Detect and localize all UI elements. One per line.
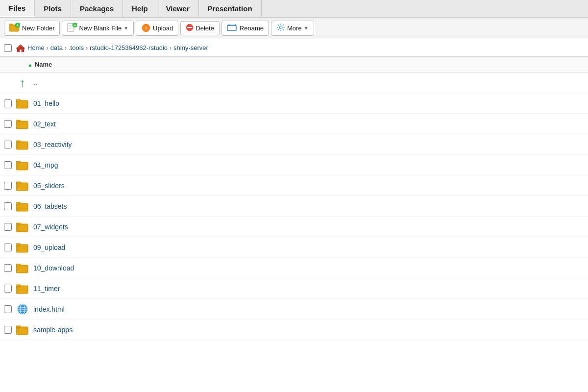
- tab-packages[interactable]: Packages: [71, 0, 123, 17]
- row-checkbox[interactable]: [4, 244, 12, 251]
- more-label: More: [287, 24, 302, 32]
- rename-label: Rename: [240, 24, 264, 32]
- svg-line-23: [278, 24, 279, 25]
- list-item[interactable]: sample-apps: [0, 319, 588, 340]
- tab-files[interactable]: Files: [0, 0, 35, 17]
- svg-rect-38: [16, 182, 21, 184]
- folder-icon: [16, 117, 29, 131]
- folder-icon: [16, 138, 29, 151]
- folder-icon: [16, 158, 29, 172]
- toolbar: + New Folder + New Blank File ▼ ↑ Upload: [0, 18, 588, 39]
- new-blank-file-icon: +: [67, 23, 77, 33]
- home-icon: [16, 44, 25, 52]
- breadcrumb-shiny-server[interactable]: shiny-server: [173, 44, 208, 51]
- folder-icon: [16, 323, 29, 337]
- svg-rect-48: [16, 285, 21, 287]
- list-item[interactable]: 10_download: [0, 258, 588, 278]
- new-folder-button[interactable]: + New Folder: [4, 21, 60, 36]
- file-name: 10_download: [33, 264, 74, 272]
- file-name: 03_reactivity: [33, 141, 72, 148]
- row-checkbox[interactable]: [4, 120, 12, 128]
- svg-rect-32: [16, 120, 21, 122]
- file-name: 11_timer: [33, 285, 60, 293]
- delete-button[interactable]: Delete: [180, 21, 220, 35]
- list-item[interactable]: 01_hello: [0, 93, 588, 114]
- breadcrumb-tools[interactable]: .tools: [69, 44, 84, 51]
- list-item[interactable]: index.html: [0, 299, 588, 319]
- folder-icon: [16, 282, 29, 295]
- tab-help[interactable]: Help: [123, 0, 157, 17]
- breadcrumb-home[interactable]: Home: [27, 44, 45, 51]
- new-blank-file-dropdown-arrow: ▼: [123, 25, 128, 31]
- tab-viewer[interactable]: Viewer: [157, 0, 199, 17]
- svg-text:+: +: [74, 23, 76, 28]
- delete-label: Delete: [196, 24, 214, 32]
- folder-icon: [16, 241, 29, 254]
- svg-text:↑: ↑: [145, 24, 148, 32]
- svg-line-26: [278, 29, 279, 30]
- svg-line-25: [283, 24, 284, 25]
- new-blank-file-button[interactable]: + New Blank File ▼: [62, 21, 134, 36]
- tab-presentation[interactable]: Presentation: [199, 0, 262, 17]
- breadcrumb: Home › data › .tools › rstudio-172536496…: [0, 39, 588, 57]
- svg-rect-46: [16, 264, 21, 266]
- svg-rect-44: [16, 244, 21, 245]
- file-name: 06_tabsets: [33, 202, 67, 210]
- row-checkbox[interactable]: [4, 161, 12, 169]
- row-checkbox[interactable]: [4, 182, 12, 190]
- list-item[interactable]: 07_widgets: [0, 217, 588, 237]
- breadcrumb-rstudio[interactable]: rstudio-1725364962-rstudio: [90, 44, 168, 51]
- list-item[interactable]: 11_timer: [0, 278, 588, 299]
- file-name: sample-apps: [33, 326, 73, 334]
- folder-icon: [16, 199, 29, 213]
- svg-rect-34: [16, 141, 21, 143]
- breadcrumb-checkbox[interactable]: [4, 44, 12, 52]
- svg-rect-30: [16, 99, 21, 101]
- list-item[interactable]: 02_text: [0, 114, 588, 134]
- row-checkbox[interactable]: [4, 305, 12, 313]
- upload-button[interactable]: ↑ Upload: [136, 21, 178, 36]
- name-column-header[interactable]: Name: [35, 61, 52, 68]
- row-checkbox[interactable]: [4, 223, 12, 231]
- row-checkbox[interactable]: [4, 326, 12, 334]
- file-name: 07_widgets: [33, 223, 68, 231]
- file-name: 01_hello: [33, 99, 59, 107]
- list-item[interactable]: 03_reactivity: [0, 134, 588, 155]
- row-checkbox[interactable]: [4, 202, 12, 210]
- list-item[interactable]: 04_mpg: [0, 155, 588, 175]
- svg-marker-17: [227, 24, 237, 25]
- svg-rect-55: [16, 326, 21, 328]
- list-item[interactable]: 09_upload: [0, 237, 588, 258]
- new-blank-file-label: New Blank File: [79, 24, 122, 32]
- up-arrow-icon: ↑: [16, 76, 29, 90]
- file-name: index.html: [33, 305, 65, 313]
- row-checkbox[interactable]: [4, 99, 12, 107]
- folder-icon: [16, 97, 29, 110]
- svg-rect-1: [9, 24, 13, 26]
- row-checkbox[interactable]: [4, 264, 12, 272]
- file-name: 09_upload: [33, 244, 65, 251]
- new-folder-icon: +: [9, 23, 20, 33]
- row-checkbox[interactable]: [4, 285, 12, 293]
- svg-rect-40: [16, 202, 21, 204]
- svg-line-24: [283, 29, 284, 30]
- rename-button[interactable]: Rename: [221, 21, 269, 36]
- list-item[interactable]: 05_sliders: [0, 175, 588, 196]
- list-item[interactable]: 06_tabsets: [0, 196, 588, 217]
- file-list: ↑ .. 01_hello 02_text: [0, 73, 588, 340]
- tab-plots[interactable]: Plots: [35, 0, 71, 17]
- breadcrumb-data[interactable]: data: [50, 44, 63, 51]
- parent-dir-label: ..: [33, 79, 37, 87]
- tab-bar: Files Plots Packages Help Viewer Present…: [0, 0, 588, 18]
- html-file-icon: [16, 302, 29, 316]
- svg-text:+: +: [16, 23, 19, 28]
- svg-rect-36: [16, 161, 21, 163]
- more-dropdown-arrow: ▼: [304, 25, 309, 31]
- svg-rect-14: [227, 25, 236, 30]
- svg-rect-28: [19, 45, 21, 47]
- rename-icon: [227, 23, 238, 33]
- gear-icon: [276, 23, 285, 33]
- more-button[interactable]: More ▼: [271, 21, 314, 36]
- row-checkbox[interactable]: [4, 141, 12, 148]
- parent-dir-row[interactable]: ↑ ..: [0, 73, 588, 93]
